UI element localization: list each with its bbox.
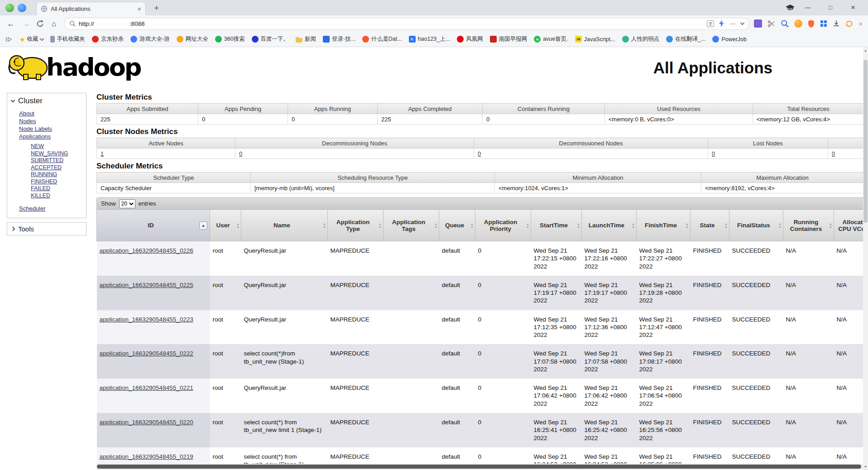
sidebar-item-applications[interactable]: Applications <box>19 133 51 140</box>
bookmark-favicon-icon <box>130 36 137 43</box>
toolbar-close-icon[interactable]: × <box>858 20 863 27</box>
apps-column-header-application-tags[interactable]: Application Tags▲▼ <box>384 210 439 241</box>
page-size-select[interactable]: 20 <box>119 199 135 208</box>
shield-icon[interactable] <box>808 20 815 28</box>
cluster-section-header[interactable]: Cluster <box>7 93 86 109</box>
sidebar-item-failed[interactable]: FAILED <box>31 185 50 192</box>
scroll-down-icon[interactable]: ▼ <box>863 463 868 470</box>
forward-button[interactable]: → <box>21 20 32 28</box>
application-link[interactable]: application_1663290548455_0225 <box>100 282 193 288</box>
apps-column-header-application-type[interactable]: Application Type▲▼ <box>328 210 384 241</box>
more-icon[interactable]: ⋯ <box>729 20 736 27</box>
apps-column-label: Allocated CPU VCores <box>838 219 863 232</box>
application-link[interactable]: application_1663290548455_0220 <box>100 419 193 426</box>
browser-tab[interactable]: All Applications × <box>36 2 146 15</box>
bookmark-item[interactable]: 在线翻译_... <box>666 35 705 43</box>
bookmark-item[interactable]: 网址大全 <box>177 35 208 43</box>
apps-column-header-launchtime[interactable]: LaunchTime▲▼ <box>582 210 637 241</box>
sidebar-item-submitted[interactable]: SUBMITTED <box>31 157 63 164</box>
apps-column-header-user[interactable]: User▲▼ <box>210 210 241 241</box>
refresh-button[interactable] <box>36 20 44 28</box>
lightning-icon[interactable] <box>719 20 724 27</box>
sidebar-item-finished[interactable]: FINISHED <box>31 178 57 186</box>
application-link[interactable]: application_1663290548455_0222 <box>100 350 193 357</box>
apps-column-header-id[interactable]: ID▲ <box>97 210 210 241</box>
download-icon[interactable] <box>833 20 840 27</box>
metrics-value-link[interactable]: 0 <box>832 150 835 157</box>
bookmark-item[interactable]: 新闻 <box>296 35 316 43</box>
apps-column-header-state[interactable]: State▲▼ <box>691 210 729 241</box>
bookmark-item[interactable]: 登录·技... <box>323 35 355 43</box>
back-button[interactable]: ← <box>5 20 16 28</box>
bookmark-item[interactable]: 游戏大全-游 <box>130 35 170 43</box>
vertical-scrollbar-thumb[interactable] <box>863 60 868 223</box>
bookmark-item[interactable]: PowerJob <box>712 36 747 43</box>
apps-column-header-running-containers[interactable]: Running Containers▲▼ <box>783 210 834 241</box>
cell-queue: default <box>439 241 475 276</box>
minimize-button[interactable]: — <box>798 0 817 15</box>
home-button[interactable]: ⌂ <box>48 20 59 28</box>
browser-logo-icon[interactable] <box>5 4 14 12</box>
chevron-down-icon[interactable] <box>740 21 745 25</box>
url-input[interactable]: http:// :8088 文 ⋯ <box>64 18 749 30</box>
apps-column-header-starttime[interactable]: StartTime▲▼ <box>531 210 582 241</box>
apps-column-header-allocated-cpu-vcores[interactable]: Allocated CPU VCores▲▼ <box>834 210 864 241</box>
translate-icon[interactable]: 文 <box>707 20 714 27</box>
extension-icon[interactable] <box>754 19 762 28</box>
apps-column-header-application-priority[interactable]: Application Priority▲▼ <box>475 210 531 241</box>
search-tool-icon[interactable] <box>781 19 789 28</box>
sidebar-item-new[interactable]: NEW <box>31 143 44 150</box>
apps-column-header-queue[interactable]: Queue▲▼ <box>439 210 475 241</box>
new-tab-button[interactable]: + <box>154 4 159 12</box>
bookmark-item[interactable]: 南国早报网 <box>490 35 528 43</box>
sidebar: Cluster AboutNodesNode LabelsApplication… <box>7 93 86 235</box>
application-link[interactable]: application_1663290548455_0226 <box>100 247 193 254</box>
maximize-button[interactable]: □ <box>821 0 840 15</box>
browser-assistant-icon[interactable] <box>18 4 26 12</box>
tab-close-icon[interactable]: × <box>137 5 141 12</box>
vertical-scrollbar: ▲ ▼ <box>863 47 868 470</box>
sidebar-item-scheduler[interactable]: Scheduler <box>19 205 46 212</box>
apps-column-header-finishtime[interactable]: FinishTime▲▼ <box>637 210 691 241</box>
bookmark-item[interactable]: 人性的弱点 <box>622 35 660 43</box>
metrics-value-link[interactable]: 0 <box>239 150 242 157</box>
apps-column-label: Application Type <box>336 219 370 232</box>
sidebar-item-new-saving[interactable]: NEW_SAVING <box>31 150 68 158</box>
scroll-up-icon[interactable]: ▲ <box>863 47 868 54</box>
bookmark-item[interactable]: 什么是Dat... <box>362 35 402 43</box>
bookmark-item[interactable]: hhao123_上... <box>409 35 451 43</box>
sidebar-item-nodes[interactable]: Nodes <box>19 117 36 125</box>
horizontal-scrollbar-thumb[interactable] <box>97 465 861 469</box>
bookmark-item[interactable]: aavue首页. <box>534 35 568 43</box>
sidebar-item-about[interactable]: About <box>19 110 34 117</box>
metrics-value-link[interactable]: 0 <box>712 150 715 157</box>
hat-icon[interactable] <box>786 5 795 11</box>
application-link[interactable]: application_1663290548455_0221 <box>100 384 193 391</box>
bookmark-item[interactable]: 凤凰网 <box>457 35 483 43</box>
metrics-column-header: Maximum Allocation <box>701 173 864 183</box>
apps-column-header-name[interactable]: Name▲▼ <box>241 210 328 241</box>
apps-grid-icon[interactable] <box>820 20 827 27</box>
metrics-value-link[interactable]: 1 <box>101 150 104 157</box>
tools-section-header[interactable]: Tools <box>7 223 86 235</box>
sidebar-item-killed[interactable]: KILLED <box>31 192 50 200</box>
bookmark-item[interactable]: 360搜索 <box>215 35 245 43</box>
sidebar-item-node-labels[interactable]: Node Labels <box>19 125 52 133</box>
bookmark-item[interactable]: 百度一下。 <box>252 35 289 43</box>
bookmark-item[interactable]: 手机收藏夹 <box>50 35 86 43</box>
sidebar-item-running[interactable]: RUNNING <box>31 171 57 178</box>
mascot-icon[interactable] <box>794 19 802 28</box>
favorites-menu[interactable]: ★ 收藏 <box>19 35 43 43</box>
window-close-button[interactable]: × <box>844 0 863 15</box>
apps-column-header-finalstatus[interactable]: FinalStatus▲▼ <box>729 210 783 241</box>
bookmark-label: 网址大全 <box>186 35 208 43</box>
sidebar-item-accepted[interactable]: ACCEPTED <box>31 164 62 172</box>
sync-icon[interactable] <box>845 20 853 28</box>
sidebar-toggle-icon[interactable] <box>5 37 13 42</box>
bookmark-item[interactable]: 京东秒杀 <box>92 35 124 43</box>
bookmark-item[interactable]: JSJavaScript... <box>575 36 615 43</box>
scissors-icon[interactable] <box>767 20 775 28</box>
application-link[interactable]: application_1663290548455_0223 <box>100 316 193 323</box>
metrics-value-link[interactable]: 0 <box>478 150 481 157</box>
application-link[interactable]: application_1663290548455_0219 <box>100 453 193 460</box>
